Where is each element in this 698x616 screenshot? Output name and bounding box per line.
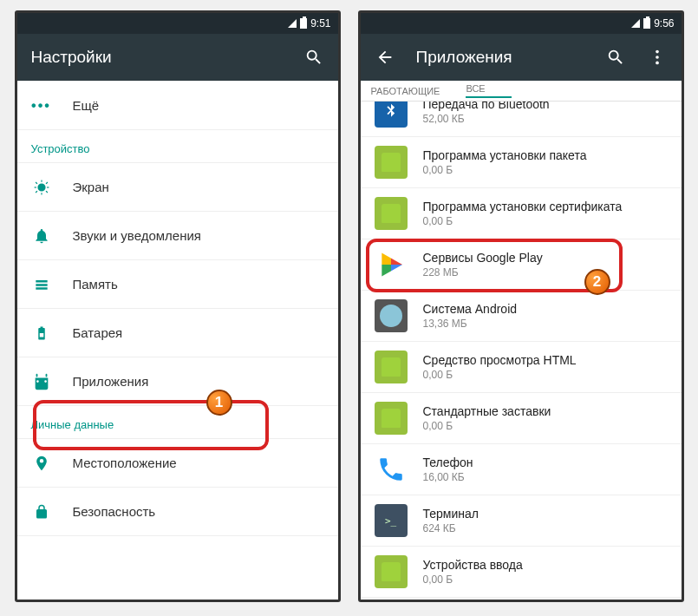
android-icon <box>375 402 408 435</box>
search-icon[interactable] <box>303 47 324 68</box>
apps-list[interactable]: Передача по Bluetooth 52,00 КБ Программа… <box>361 102 682 602</box>
app-row-bluetooth[interactable]: Передача по Bluetooth 52,00 КБ <box>361 102 682 137</box>
settings-screen: 9:51 Настройки ••• Ещё Устройство Экран … <box>15 10 341 602</box>
more-icon: ••• <box>31 95 52 116</box>
app-size: 13,36 МБ <box>423 318 668 330</box>
clock: 9:51 <box>310 17 330 29</box>
section-device: Устройство <box>17 130 338 163</box>
app-row-package-installer[interactable]: Программа установки пакета 0,00 Б <box>361 137 682 188</box>
security-row[interactable]: Безопасность <box>17 488 338 536</box>
clock: 9:56 <box>654 17 674 29</box>
page-title: Приложения <box>416 48 584 67</box>
tabs: РАБОТАЮЩИЕ ВСЕ <box>361 81 682 102</box>
app-row-android-system[interactable]: Система Android 13,36 МБ <box>361 291 682 342</box>
lock-icon <box>31 501 52 522</box>
app-name: Система Android <box>423 302 668 316</box>
page-title: Настройки <box>31 48 283 67</box>
memory-row[interactable]: Память <box>17 260 338 309</box>
search-icon[interactable] <box>605 47 626 68</box>
tab-all[interactable]: ВСЕ <box>466 83 511 98</box>
play-services-icon <box>375 248 408 281</box>
app-name: Сервисы Google Play <box>423 251 668 265</box>
location-row[interactable]: Местоположение <box>17 439 338 488</box>
terminal-icon: >_ <box>375 504 408 537</box>
app-name: Телефон <box>423 455 668 469</box>
battery-icon <box>643 18 650 29</box>
app-size: 0,00 Б <box>423 215 668 227</box>
phone-icon <box>375 453 408 486</box>
app-size: 16,00 КБ <box>423 471 668 483</box>
location-icon <box>31 453 52 474</box>
app-name: Программа установки пакета <box>423 148 668 162</box>
android-icon <box>375 555 408 588</box>
system-icon <box>375 299 408 332</box>
overflow-icon[interactable] <box>647 47 668 68</box>
app-row-files[interactable]: Файлы 112 КБ <box>361 598 682 602</box>
app-name: Терминал <box>423 507 668 521</box>
app-bar: Настройки <box>17 34 338 81</box>
bell-icon <box>31 226 52 246</box>
app-name: Стандартные заставки <box>423 404 668 418</box>
svg-point-2 <box>656 62 659 65</box>
app-name: Устройства ввода <box>423 558 668 572</box>
app-bar: Приложения <box>361 34 682 81</box>
svg-point-0 <box>656 50 659 54</box>
status-bar: 9:51 <box>17 13 338 34</box>
back-icon[interactable] <box>375 47 395 68</box>
tab-running[interactable]: РАБОТАЮЩИЕ <box>371 86 466 96</box>
status-bar: 9:56 <box>361 13 682 34</box>
app-name: Программа установки сертификата <box>423 200 668 213</box>
app-row-input-devices[interactable]: Устройства ввода 0,00 Б <box>361 547 682 598</box>
callout-badge-1: 1 <box>206 390 232 416</box>
app-size: 228 МБ <box>423 266 668 279</box>
battery-row-icon <box>31 323 52 344</box>
display-label: Экран <box>73 180 109 194</box>
svg-point-1 <box>656 56 659 59</box>
app-size: 0,00 Б <box>423 369 668 381</box>
app-size: 0,00 Б <box>423 573 668 586</box>
app-row-cert-installer[interactable]: Программа установки сертификата 0,00 Б <box>361 188 682 239</box>
app-row-html-viewer[interactable]: Средство просмотра HTML 0,00 Б <box>361 342 682 393</box>
location-label: Местоположение <box>73 455 177 470</box>
app-row-phone[interactable]: Телефон 16,00 КБ <box>361 444 682 495</box>
display-row[interactable]: Экран <box>17 163 338 212</box>
storage-icon <box>31 274 52 295</box>
security-label: Безопасность <box>73 504 156 519</box>
apps-label: Приложения <box>73 374 149 389</box>
app-size: 624 КБ <box>423 522 668 534</box>
android-icon <box>375 351 408 383</box>
app-size: 0,00 Б <box>423 420 668 432</box>
signal-icon <box>631 19 640 28</box>
sound-label: Звуки и уведомления <box>73 228 201 243</box>
app-row-terminal[interactable]: >_ Терминал 624 КБ <box>361 495 682 547</box>
memory-label: Память <box>73 277 118 292</box>
sound-row[interactable]: Звуки и уведомления <box>17 212 338 260</box>
app-size: 52,00 КБ <box>423 113 668 125</box>
signal-icon <box>288 19 297 28</box>
apps-row[interactable]: Приложения <box>17 357 338 406</box>
android-icon <box>375 146 408 179</box>
section-personal: Личные данные <box>17 406 338 439</box>
more-label: Ещё <box>73 98 100 113</box>
callout-badge-2: 2 <box>584 269 610 295</box>
battery-label: Батарея <box>73 325 123 340</box>
battery-icon <box>300 18 307 29</box>
app-size: 0,00 Б <box>423 164 668 176</box>
app-name: Передача по Bluetooth <box>423 102 668 111</box>
battery-row[interactable]: Батарея <box>17 309 338 357</box>
display-icon <box>31 177 52 198</box>
app-row-google-play-services[interactable]: Сервисы Google Play 228 МБ <box>361 239 682 291</box>
more-row[interactable]: ••• Ещё <box>17 82 338 130</box>
android-icon <box>375 197 408 230</box>
bluetooth-icon <box>375 102 408 128</box>
app-row-wallpapers[interactable]: Стандартные заставки 0,00 Б <box>361 393 682 444</box>
app-name: Средство просмотра HTML <box>423 353 668 367</box>
apps-screen: 9:56 Приложения РАБОТАЮЩИЕ ВСЕ Передача … <box>358 10 684 602</box>
apps-icon <box>31 371 52 392</box>
